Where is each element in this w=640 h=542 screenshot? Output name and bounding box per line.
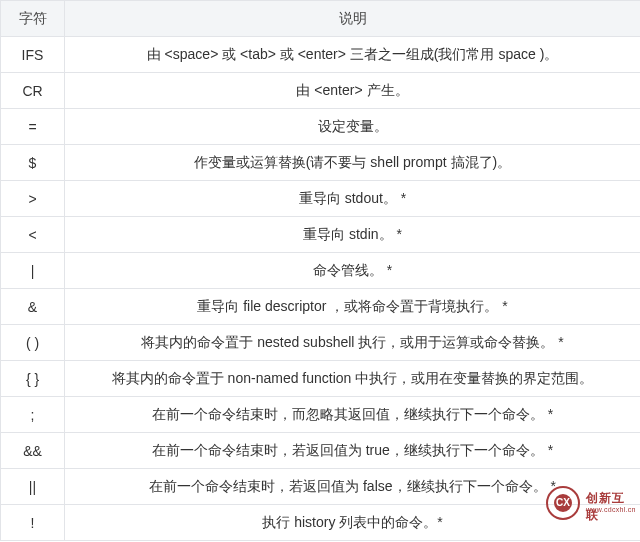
cell-description: 重导向 stdin。 *: [65, 217, 641, 253]
cell-description: 将其内的命令置于 non-named function 中执行，或用在变量替换的…: [65, 361, 641, 397]
table-row: ( )将其内的命令置于 nested subshell 执行，或用于运算或命令替…: [1, 325, 641, 361]
table-row: CR由 <enter> 产生。: [1, 73, 641, 109]
table-header-row: 字符 说明: [1, 1, 641, 37]
cell-description: 在前一个命令结束时，若返回值为 false，继续执行下一个命令。 *: [65, 469, 641, 505]
cell-symbol: ( ): [1, 325, 65, 361]
cell-symbol: |: [1, 253, 65, 289]
cell-description: 由 <space> 或 <tab> 或 <enter> 三者之一组成(我们常用 …: [65, 37, 641, 73]
table-row: ;在前一个命令结束时，而忽略其返回值，继续执行下一个命令。 *: [1, 397, 641, 433]
table-row: !执行 history 列表中的命令。*: [1, 505, 641, 541]
cell-description: 在前一个命令结束时，而忽略其返回值，继续执行下一个命令。 *: [65, 397, 641, 433]
shell-characters-table: 字符 说明 IFS由 <space> 或 <tab> 或 <enter> 三者之…: [0, 0, 640, 541]
table-row: &重导向 file descriptor ，或将命令置于背境执行。 *: [1, 289, 641, 325]
header-description: 说明: [65, 1, 641, 37]
table-row: { }将其内的命令置于 non-named function 中执行，或用在变量…: [1, 361, 641, 397]
table-row: >重导向 stdout。 *: [1, 181, 641, 217]
cell-description: 将其内的命令置于 nested subshell 执行，或用于运算或命令替换。 …: [65, 325, 641, 361]
table-row: $作变量或运算替换(请不要与 shell prompt 搞混了)。: [1, 145, 641, 181]
table-row: <重导向 stdin。 *: [1, 217, 641, 253]
table-row: |命令管线。 *: [1, 253, 641, 289]
cell-description: 重导向 stdout。 *: [65, 181, 641, 217]
cell-symbol: { }: [1, 361, 65, 397]
cell-symbol: IFS: [1, 37, 65, 73]
cell-symbol: !: [1, 505, 65, 541]
cell-description: 命令管线。 *: [65, 253, 641, 289]
table-row: &&在前一个命令结束时，若返回值为 true，继续执行下一个命令。 *: [1, 433, 641, 469]
cell-symbol: CR: [1, 73, 65, 109]
cell-description: 设定变量。: [65, 109, 641, 145]
cell-symbol: >: [1, 181, 65, 217]
table-row: =设定变量。: [1, 109, 641, 145]
cell-description: 由 <enter> 产生。: [65, 73, 641, 109]
cell-description: 在前一个命令结束时，若返回值为 true，继续执行下一个命令。 *: [65, 433, 641, 469]
cell-symbol: <: [1, 217, 65, 253]
table-row: ||在前一个命令结束时，若返回值为 false，继续执行下一个命令。 *: [1, 469, 641, 505]
cell-symbol: ;: [1, 397, 65, 433]
cell-description: 执行 history 列表中的命令。*: [65, 505, 641, 541]
cell-symbol: $: [1, 145, 65, 181]
cell-symbol: &&: [1, 433, 65, 469]
cell-symbol: ||: [1, 469, 65, 505]
header-symbol: 字符: [1, 1, 65, 37]
cell-description: 作变量或运算替换(请不要与 shell prompt 搞混了)。: [65, 145, 641, 181]
cell-description: 重导向 file descriptor ，或将命令置于背境执行。 *: [65, 289, 641, 325]
table-row: IFS由 <space> 或 <tab> 或 <enter> 三者之一组成(我们…: [1, 37, 641, 73]
cell-symbol: =: [1, 109, 65, 145]
cell-symbol: &: [1, 289, 65, 325]
